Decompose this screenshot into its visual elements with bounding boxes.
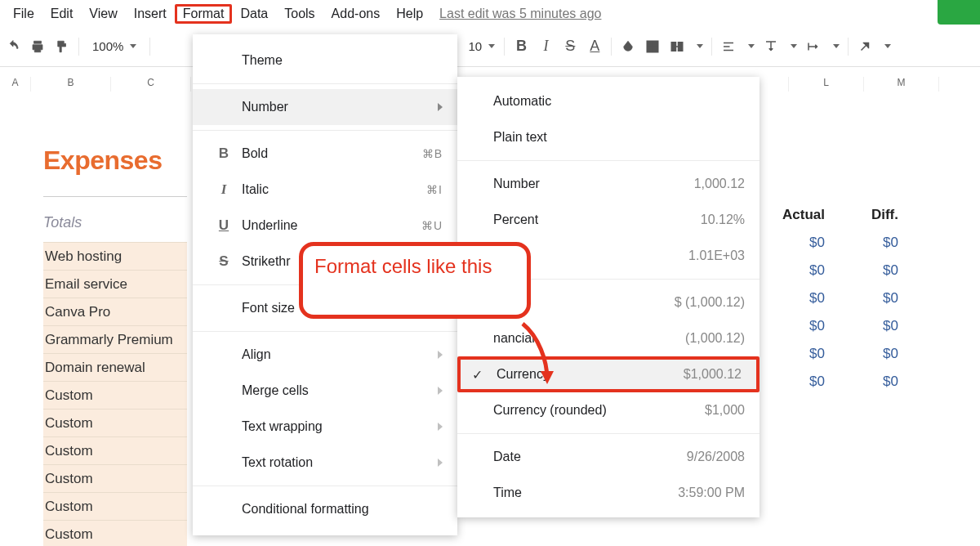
- bold-icon[interactable]: B: [513, 38, 529, 55]
- label: Number: [493, 177, 540, 191]
- cell-diff[interactable]: $0: [833, 235, 906, 251]
- expense-row[interactable]: Custom: [43, 492, 187, 520]
- chevron-right-icon: [438, 103, 443, 111]
- cell-diff[interactable]: $0: [833, 346, 906, 362]
- share-button[interactable]: [938, 0, 980, 25]
- cell-actual[interactable]: $0: [760, 318, 833, 334]
- shortcut: ⌘U: [421, 219, 443, 232]
- col-b[interactable]: B: [31, 77, 111, 92]
- label: Time: [493, 486, 522, 500]
- fill-color-icon[interactable]: [620, 38, 636, 55]
- italic-icon[interactable]: I: [537, 38, 554, 55]
- merge-cells-icon[interactable]: [669, 38, 685, 55]
- menu-format[interactable]: Format: [175, 4, 233, 24]
- paint-format-icon[interactable]: [54, 38, 70, 55]
- expense-row[interactable]: Grammarly Premium: [43, 325, 187, 353]
- shortcut: ⌘I: [426, 183, 443, 196]
- align-icon[interactable]: [720, 38, 737, 55]
- submenu-plain-text[interactable]: Plain text: [457, 119, 760, 155]
- example: 1,000.12: [694, 177, 745, 191]
- font-size-dropdown[interactable]: 10: [463, 39, 496, 53]
- menu-addons[interactable]: Add-ons: [323, 4, 389, 24]
- menu-view[interactable]: View: [81, 4, 125, 24]
- menu-edit[interactable]: Edit: [42, 4, 82, 24]
- submenu-financial[interactable]: nancial (1,000.12): [457, 320, 760, 356]
- divider: [457, 433, 760, 434]
- submenu-percent[interactable]: Percent 10.12%: [457, 202, 760, 238]
- example: (1,000.12): [685, 331, 745, 346]
- menu-italic[interactable]: I Italic ⌘I: [193, 172, 457, 208]
- divider: [457, 160, 760, 161]
- col-m[interactable]: M: [864, 77, 939, 92]
- divider: [611, 38, 612, 56]
- strikethrough-icon[interactable]: S: [562, 38, 578, 55]
- menu-underline[interactable]: U Underline ⌘U: [193, 208, 457, 244]
- menu-help[interactable]: Help: [388, 4, 431, 24]
- divider: [193, 130, 457, 131]
- menu-merge[interactable]: Merge cells: [193, 373, 457, 409]
- menu-wrap[interactable]: Text wrapping: [193, 409, 457, 445]
- menu-rotation[interactable]: Text rotation: [193, 445, 457, 481]
- col-c[interactable]: C: [111, 77, 191, 92]
- menu-align[interactable]: Align: [193, 337, 457, 373]
- print-icon[interactable]: [29, 38, 46, 55]
- menu-file[interactable]: File: [5, 4, 42, 24]
- right-columns: Actual Diff. $0 $0 $0 $0 $0 $0 $0 $0 $0 …: [760, 201, 906, 396]
- cell-actual[interactable]: $0: [760, 235, 833, 251]
- menu-conditional[interactable]: Conditional formatting: [193, 491, 457, 527]
- value-row: $0 $0: [760, 368, 906, 396]
- col-a[interactable]: A: [0, 77, 31, 92]
- expense-row[interactable]: Web hosting: [43, 242, 187, 270]
- menu-number[interactable]: Number: [193, 89, 457, 125]
- col-l[interactable]: L: [789, 77, 864, 92]
- example: 9/26/2008: [687, 450, 745, 464]
- divider: [193, 331, 457, 332]
- cell-actual[interactable]: $0: [760, 290, 833, 307]
- expense-row[interactable]: Canva Pro: [43, 298, 187, 325]
- submenu-currency[interactable]: ✓ Currency $1,000.12: [457, 356, 760, 392]
- underline-icon: U: [214, 217, 234, 234]
- cell-actual[interactable]: $0: [760, 374, 833, 390]
- cell-diff[interactable]: $0: [833, 290, 906, 307]
- submenu-number[interactable]: Number 1,000.12: [457, 166, 760, 202]
- borders-icon[interactable]: [644, 38, 661, 55]
- expense-row[interactable]: Email service: [43, 270, 187, 298]
- divider: [848, 38, 849, 56]
- undo-icon[interactable]: [5, 38, 21, 55]
- chevron-right-icon: [438, 351, 443, 359]
- submenu-date[interactable]: Date 9/26/2008: [457, 439, 760, 475]
- header-diff: Diff.: [833, 207, 906, 223]
- cell-actual[interactable]: $0: [760, 262, 833, 279]
- expense-row[interactable]: Custom: [43, 381, 187, 409]
- menu-theme[interactable]: Theme: [193, 43, 457, 78]
- submenu-time[interactable]: Time 3:59:00 PM: [457, 475, 760, 511]
- check-icon: ✓: [472, 367, 483, 383]
- divider: [193, 486, 457, 486]
- chevron-down-icon: [488, 44, 495, 48]
- expense-row[interactable]: Custom: [43, 436, 187, 464]
- text-color-icon[interactable]: A: [586, 38, 603, 55]
- cell-diff[interactable]: $0: [833, 262, 906, 279]
- menu-bold[interactable]: B Bold ⌘B: [193, 136, 457, 172]
- expense-row[interactable]: Domain renewal: [43, 353, 187, 381]
- last-edit-link[interactable]: Last edit was 5 minutes ago: [439, 7, 601, 21]
- divider: [78, 38, 79, 56]
- value-row: $0 $0: [760, 340, 906, 368]
- cell-actual[interactable]: $0: [760, 346, 833, 362]
- submenu-currency-rounded[interactable]: Currency (rounded) $1,000: [457, 392, 760, 428]
- submenu-automatic[interactable]: Automatic: [457, 83, 760, 119]
- valign-icon[interactable]: [763, 38, 779, 55]
- wrap-icon[interactable]: [805, 38, 822, 55]
- cell-diff[interactable]: $0: [833, 374, 906, 390]
- menu-tools[interactable]: Tools: [276, 4, 323, 24]
- strikethrough-icon: S: [214, 253, 234, 270]
- expense-row[interactable]: Custom: [43, 464, 187, 492]
- svg-rect-3: [672, 42, 676, 51]
- cell-diff[interactable]: $0: [833, 318, 906, 334]
- expense-row[interactable]: Custom: [43, 409, 187, 436]
- zoom-dropdown[interactable]: 100%: [87, 39, 141, 53]
- menu-insert[interactable]: Insert: [126, 4, 175, 24]
- expense-row[interactable]: Custom: [43, 520, 187, 546]
- menu-data[interactable]: Data: [232, 4, 276, 24]
- rotation-icon[interactable]: [857, 38, 873, 55]
